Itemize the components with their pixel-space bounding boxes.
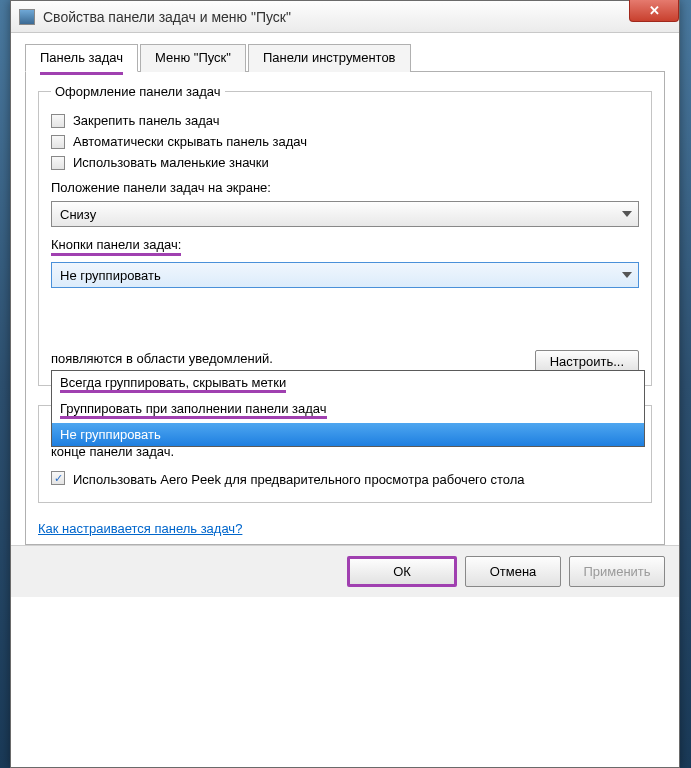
apply-button[interactable]: Применить [569, 556, 665, 587]
combo-option-never-group[interactable]: Не группировать [52, 423, 644, 446]
label-aero-peek: Использовать Aero Peek для предварительн… [73, 471, 525, 489]
window-icon [19, 9, 35, 25]
label-small-icons: Использовать маленькие значки [73, 155, 269, 170]
combo-taskbar-buttons-value: Не группировать [60, 268, 161, 283]
tab-taskbar[interactable]: Панель задач [25, 44, 138, 72]
tab-panel-taskbar: Оформление панели задач Закрепить панель… [25, 72, 665, 545]
combo-option-label: Не группировать [60, 427, 161, 442]
tab-toolbars[interactable]: Панели инструментов [248, 44, 411, 72]
chevron-down-icon [622, 211, 632, 217]
checkbox-aero-peek[interactable]: ✓ [51, 471, 65, 485]
group-appearance-legend: Оформление панели задач [51, 84, 225, 99]
ok-button[interactable]: ОК [347, 556, 457, 587]
properties-dialog: Свойства панели задач и меню "Пуск" ✕ Па… [10, 0, 680, 768]
tab-label: Панель задач [40, 50, 123, 65]
window-title: Свойства панели задач и меню "Пуск" [43, 9, 291, 25]
checkbox-small-icons[interactable] [51, 156, 65, 170]
titlebar[interactable]: Свойства панели задач и меню "Пуск" ✕ [11, 1, 679, 33]
combo-taskbar-buttons[interactable]: Не группировать [51, 262, 639, 288]
checkbox-autohide[interactable] [51, 135, 65, 149]
label-autohide: Автоматически скрывать панель задач [73, 134, 307, 149]
combo-taskbar-buttons-listbox[interactable]: Всегда группировать, скрывать метки Груп… [51, 370, 645, 447]
row-small-icons[interactable]: Использовать маленькие значки [51, 155, 639, 170]
tab-strip: Панель задач Меню "Пуск" Панели инструме… [25, 43, 665, 72]
combo-option-label: Группировать при заполнении панели задач [60, 401, 327, 419]
label-position: Положение панели задач на экране: [51, 180, 639, 195]
combo-position-value: Снизу [60, 207, 96, 222]
combo-option-always-group[interactable]: Всегда группировать, скрывать метки [52, 371, 644, 397]
label-lock: Закрепить панель задач [73, 113, 220, 128]
label-taskbar-buttons: Кнопки панели задач: [51, 237, 639, 256]
notification-text: появляются в области уведомлений. [51, 350, 525, 368]
combo-option-label: Всегда группировать, скрывать метки [60, 375, 286, 393]
combo-position[interactable]: Снизу [51, 201, 639, 227]
row-lock-taskbar[interactable]: Закрепить панель задач [51, 113, 639, 128]
close-button[interactable]: ✕ [629, 0, 679, 22]
tab-start-menu[interactable]: Меню "Пуск" [140, 44, 246, 72]
label-taskbar-buttons-text: Кнопки панели задач: [51, 237, 181, 256]
checkbox-lock[interactable] [51, 114, 65, 128]
help-link[interactable]: Как настраивается панель задач? [38, 521, 242, 536]
cancel-button[interactable]: Отмена [465, 556, 561, 587]
combo-option-group-when-full[interactable]: Группировать при заполнении панели задач [52, 397, 644, 423]
highlight-underline [40, 72, 123, 75]
dialog-button-bar: ОК Отмена Применить [11, 545, 679, 597]
row-aero-peek[interactable]: ✓ Использовать Aero Peek для предварител… [51, 471, 639, 489]
tab-label: Панели инструментов [263, 50, 396, 65]
group-appearance: Оформление панели задач Закрепить панель… [38, 84, 652, 386]
tab-label: Меню "Пуск" [155, 50, 231, 65]
chevron-down-icon [622, 272, 632, 278]
row-autohide[interactable]: Автоматически скрывать панель задач [51, 134, 639, 149]
